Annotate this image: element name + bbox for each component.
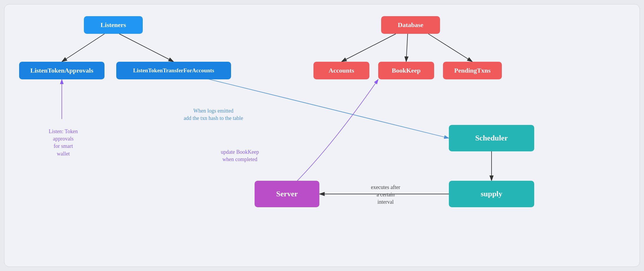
diagram-canvas: Listeners ListenTokenApprovals ListenTok…	[4, 4, 640, 267]
listen-token-label: Listen: Tokenapprovalsfor smartwallet	[35, 128, 91, 158]
scheduler-node: Scheduler	[449, 125, 534, 151]
executes-label: executes aftera certaininterval	[355, 184, 416, 206]
svg-line-3	[406, 34, 408, 62]
pendingtxns-node: PendingTxns	[443, 62, 502, 79]
listeners-node: Listeners	[84, 16, 143, 34]
svg-line-0	[62, 34, 104, 62]
supply-node: supply	[449, 181, 534, 207]
svg-line-2	[341, 34, 396, 62]
svg-line-4	[428, 34, 472, 62]
accounts-node: Accounts	[313, 62, 369, 79]
server-node: Server	[255, 181, 319, 207]
arrows-svg	[4, 4, 640, 267]
listen-token-approvals-node: ListenTokenApprovals	[19, 62, 104, 79]
database-node: Database	[381, 16, 440, 34]
bookkeep-node: BookKeep	[378, 62, 434, 79]
logs-emitted-label: When logs emittedadd the txn hash to the…	[169, 107, 258, 122]
update-bookkeep-label: update BookKeepwhen completed	[208, 148, 272, 163]
svg-line-1	[119, 34, 174, 62]
listen-token-transfer-node: ListenTokenTransferForAccounts	[116, 62, 231, 79]
